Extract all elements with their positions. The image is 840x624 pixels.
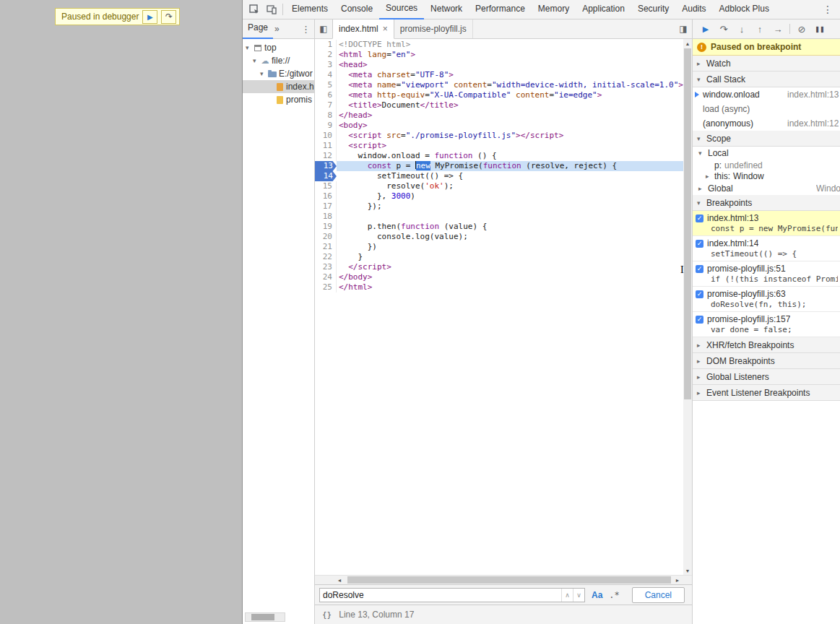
overflow-tabs-icon[interactable]: » (273, 24, 281, 34)
line-number[interactable]: 24 (315, 272, 337, 282)
code-editor[interactable]: 1<!DOCTYPE html>2<html lang="en">3<head>… (315, 39, 683, 576)
line-number[interactable]: 21 (315, 242, 337, 252)
scroll-up-icon[interactable]: ▲ (683, 39, 692, 48)
scrollbar-thumb[interactable] (347, 576, 671, 584)
breakpoint-checkbox[interactable]: ✓ (696, 316, 703, 324)
breakpoint-checkbox[interactable]: ✓ (696, 265, 703, 273)
regex-toggle[interactable]: .* (609, 590, 619, 600)
scope-local-row[interactable]: ▾ Local (693, 147, 840, 160)
section-xhr-fetch-breakpoints[interactable]: ▸XHR/fetch Breakpoints (693, 337, 840, 353)
line-number[interactable]: 5 (315, 80, 337, 90)
scrollbar-thumb[interactable] (684, 48, 691, 399)
line-number[interactable]: 10 (315, 131, 337, 141)
breakpoint-checkbox[interactable]: ✓ (696, 214, 703, 222)
tab-application[interactable]: Application (576, 0, 631, 18)
tab-elements[interactable]: Elements (285, 0, 334, 18)
code-line[interactable]: 18 (315, 212, 683, 222)
tab-console[interactable]: Console (334, 0, 379, 18)
editor-vertical-scrollbar[interactable]: ▲ ▼ (683, 39, 692, 575)
call-stack-frame[interactable]: load (async) (693, 102, 840, 116)
tab-network[interactable]: Network (424, 0, 469, 18)
code-line[interactable]: 1<!DOCTYPE html> (315, 40, 683, 50)
code-line[interactable]: 3<head> (315, 60, 683, 70)
line-number[interactable]: 11 (315, 141, 337, 151)
code-line[interactable]: 23 </script> (315, 262, 683, 272)
scope-global-row[interactable]: ▸ Global Window (693, 181, 840, 195)
line-number[interactable]: 16 (315, 191, 337, 202)
resume-script-icon[interactable]: ▶ (142, 10, 157, 24)
breakpoint-entry[interactable]: ✓promise-ployfill.js:157var done = false… (693, 312, 840, 337)
step-over-icon[interactable]: ↷ (715, 20, 732, 38)
tab-performance[interactable]: Performance (469, 0, 532, 18)
previous-match-icon[interactable]: ∧ (561, 589, 573, 602)
tree-item-top[interactable]: ▾top (243, 41, 314, 54)
line-number[interactable]: 20 (315, 232, 337, 242)
line-number[interactable]: 23 (315, 262, 337, 272)
step-over-icon[interactable]: ↷ (161, 10, 176, 24)
code-line[interactable]: 14 setTimeout(() => { (315, 171, 683, 181)
section-global-listeners[interactable]: ▸Global Listeners (693, 369, 840, 385)
code-line[interactable]: 21 }) (315, 242, 683, 252)
line-number[interactable]: 25 (315, 282, 337, 292)
tab-adblock-plus[interactable]: Adblock Plus (713, 0, 776, 18)
code-line[interactable]: 19 p.then(function (value) { (315, 222, 683, 232)
code-line[interactable]: 20 console.log(value); (315, 232, 683, 242)
pause-on-exceptions-icon[interactable]: ❚❚ (811, 20, 828, 38)
navigator-hscrollbar[interactable] (245, 612, 285, 622)
code-line[interactable]: 24</body> (315, 272, 683, 282)
tree-item-file-[interactable]: ▾☁file:// (243, 54, 314, 67)
inspect-element-icon[interactable] (246, 0, 263, 19)
breakpoint-checkbox[interactable]: ✓ (696, 290, 703, 298)
navigator-menu-icon[interactable]: ⋮ (301, 24, 311, 35)
deactivate-breakpoints-icon[interactable]: ⊘ (793, 20, 810, 38)
tab-sources[interactable]: Sources (379, 0, 424, 20)
code-line[interactable]: 10 <script src="./promise-ployfill.js"><… (315, 131, 683, 141)
editor-tab-promise-ployfill-js[interactable]: promise-ployfill.js (394, 20, 473, 38)
section-event-listener-breakpoints[interactable]: ▸Event Listener Breakpoints (693, 385, 840, 401)
line-number[interactable]: 12 (315, 151, 337, 161)
scrollbar-thumb[interactable] (251, 614, 274, 620)
section-call-stack[interactable]: ▾ Call Stack (693, 72, 840, 87)
expander-icon[interactable]: ▸ (706, 173, 711, 180)
code-line[interactable]: 12 window.onload = function () { (315, 151, 683, 161)
section-dom-breakpoints[interactable]: ▸DOM Breakpoints (693, 353, 840, 369)
tab-security[interactable]: Security (631, 0, 675, 18)
code-line[interactable]: 6 <meta http-equiv="X-UA-Compatible" con… (315, 90, 683, 100)
line-number[interactable]: 2 (315, 50, 337, 60)
code-line[interactable]: 2<html lang="en"> (315, 50, 683, 60)
step-out-icon[interactable]: ↑ (751, 20, 768, 38)
breakpoint-entry[interactable]: ✓index.html:13const p = new MyPromise(fu… (693, 211, 840, 236)
call-stack-frame[interactable]: window.onloadindex.html:13 (693, 87, 840, 102)
line-number[interactable]: 6 (315, 90, 337, 100)
code-line[interactable]: 17 }); (315, 202, 683, 212)
pretty-print-icon[interactable]: {} (322, 610, 332, 620)
line-number[interactable]: 7 (315, 100, 337, 110)
resume-icon[interactable]: ▶ (697, 20, 714, 38)
close-tab-icon[interactable]: × (383, 24, 388, 34)
toggle-device-toolbar-icon[interactable] (263, 0, 280, 19)
line-number[interactable]: 4 (315, 70, 337, 80)
section-breakpoints[interactable]: ▾ Breakpoints (693, 195, 840, 211)
toggle-navigator-icon[interactable]: ◧ (315, 20, 332, 38)
line-number[interactable]: 18 (315, 212, 337, 222)
expander-open-icon[interactable]: ▾ (260, 70, 266, 77)
call-stack-frame[interactable]: (anonymous)index.html:12 (693, 116, 840, 131)
code-line[interactable]: 4 <meta charset="UTF-8"> (315, 70, 683, 80)
expander-open-icon[interactable]: ▾ (246, 44, 251, 51)
line-number[interactable]: 14 (315, 171, 337, 181)
line-number[interactable]: 22 (315, 252, 337, 262)
tab-audits[interactable]: Audits (675, 0, 712, 18)
breakpoint-entry[interactable]: ✓promise-ployfill.js:63doResolve(fn, thi… (693, 287, 840, 312)
step-into-icon[interactable]: ↓ (733, 20, 750, 38)
code-line[interactable]: 16 }, 3000) (315, 191, 683, 202)
search-input[interactable] (320, 589, 561, 602)
scroll-down-icon[interactable]: ▼ (683, 566, 692, 575)
breakpoint-checkbox[interactable]: ✓ (696, 240, 703, 248)
tree-item-index-h[interactable]: index.h (243, 80, 314, 93)
expander-icon[interactable]: ▸ (698, 185, 704, 192)
breakpoint-entry[interactable]: ✓index.html:14setTimeout(() => { (693, 236, 840, 261)
match-case-toggle[interactable]: Aa (592, 590, 602, 600)
step-icon[interactable]: → (769, 20, 787, 38)
code-line[interactable]: 7 <title>Document</title> (315, 100, 683, 110)
scroll-left-icon[interactable]: ◄ (335, 576, 344, 584)
